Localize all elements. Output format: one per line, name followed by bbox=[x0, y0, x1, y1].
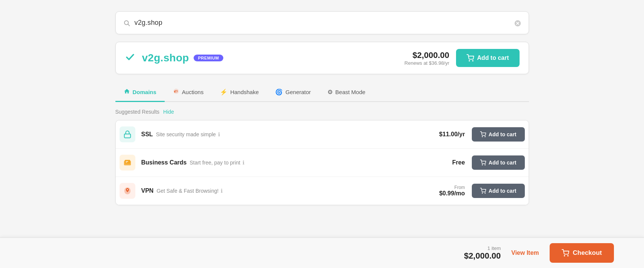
svg-point-10 bbox=[482, 136, 482, 137]
domain-result-row: v2g.shop PREMIUM $2,000.00 Renews at $36… bbox=[115, 42, 529, 74]
suggestion-row-business-cards: Business Cards Start free, pay to print … bbox=[116, 149, 529, 177]
vpn-price-from: From bbox=[439, 185, 465, 190]
search-box: v2g.shop bbox=[115, 11, 529, 34]
tabs-row: Domains 🏷 Auctions ⚡ Handshake 🌀 Generat… bbox=[115, 83, 529, 102]
vpn-add-to-cart-button[interactable]: Add to cart bbox=[472, 184, 525, 198]
vpn-info-icon[interactable]: ℹ bbox=[221, 188, 223, 194]
svg-text:🏷: 🏷 bbox=[174, 90, 178, 93]
checkout-label: Checkout bbox=[573, 249, 602, 257]
business-cards-add-to-cart-button[interactable]: Add to cart bbox=[472, 155, 525, 170]
domain-renews: Renews at $36.98/yr bbox=[405, 60, 449, 66]
check-icon bbox=[125, 52, 135, 65]
domain-add-to-cart-label: Add to cart bbox=[477, 55, 509, 61]
tab-beast-mode[interactable]: ⚙ Beast Mode bbox=[319, 83, 374, 102]
beast-mode-icon: ⚙ bbox=[327, 88, 333, 96]
business-cards-price-section: Free bbox=[452, 159, 465, 166]
checkout-button[interactable]: Checkout bbox=[550, 243, 614, 263]
ssl-desc: Site security made simple bbox=[156, 131, 216, 137]
search-icon bbox=[123, 19, 130, 27]
vpn-title: VPN bbox=[141, 187, 154, 194]
tab-auctions-label: Auctions bbox=[182, 89, 204, 95]
tab-handshake[interactable]: ⚡ Handshake bbox=[212, 83, 267, 102]
svg-line-1 bbox=[128, 24, 129, 26]
business-cards-info-icon[interactable]: ℹ bbox=[242, 160, 244, 166]
domain-price-section: $2,000.00 Renews at $36.98/yr bbox=[405, 50, 449, 66]
hide-button[interactable]: Hide bbox=[163, 109, 174, 115]
search-input-display[interactable]: v2g.shop bbox=[135, 19, 514, 27]
svg-point-5 bbox=[469, 61, 470, 61]
bottom-total-price: $2,000.00 bbox=[464, 251, 501, 261]
vpn-price: $0.99/mo bbox=[439, 190, 465, 196]
domain-name: v2g.shop bbox=[142, 52, 189, 64]
handshake-icon: ⚡ bbox=[220, 88, 227, 96]
bottom-bar: 1 item $2,000.00 View Item Checkout bbox=[0, 238, 644, 268]
business-cards-desc: Start free, pay to print bbox=[189, 160, 240, 166]
view-item-button[interactable]: View Item bbox=[508, 250, 542, 256]
tab-handshake-label: Handshake bbox=[230, 89, 259, 95]
tab-auctions[interactable]: 🏷 Auctions bbox=[165, 83, 212, 102]
domain-price: $2,000.00 bbox=[405, 50, 449, 60]
tab-domains-label: Domains bbox=[133, 89, 156, 95]
main-container: v2g.shop v2g.shop PREMIUM $2,000.00 Rene… bbox=[115, 11, 529, 205]
ssl-price: $11.00/yr bbox=[439, 131, 465, 137]
bottom-totals: 1 item $2,000.00 bbox=[464, 245, 501, 261]
svg-point-19 bbox=[482, 193, 482, 193]
ssl-add-to-cart-button[interactable]: Add to cart bbox=[472, 127, 525, 142]
tab-beast-mode-label: Beast Mode bbox=[335, 89, 365, 95]
svg-rect-9 bbox=[124, 134, 130, 138]
svg-rect-15 bbox=[126, 162, 127, 163]
svg-point-17 bbox=[485, 164, 485, 165]
vpn-icon bbox=[120, 183, 135, 199]
svg-point-6 bbox=[473, 61, 473, 61]
svg-rect-14 bbox=[126, 161, 128, 161]
suggestions-box: SSL Site security made simple ℹ $11.00/y… bbox=[115, 120, 529, 205]
tab-domains[interactable]: Domains bbox=[115, 83, 165, 102]
home-icon bbox=[124, 88, 130, 96]
ssl-add-to-cart-label: Add to cart bbox=[489, 131, 517, 137]
vpn-price-section: From $0.99/mo bbox=[439, 185, 465, 197]
suggestion-row-vpn: VPN Get Safe & Fast Browsing! ℹ From $0.… bbox=[116, 177, 529, 205]
svg-point-18 bbox=[127, 189, 128, 190]
domain-add-to-cart-button[interactable]: Add to cart bbox=[456, 49, 519, 67]
search-clear-button[interactable] bbox=[514, 18, 521, 27]
svg-point-21 bbox=[564, 256, 565, 256]
svg-point-16 bbox=[482, 164, 482, 165]
business-cards-title: Business Cards bbox=[141, 159, 187, 166]
generator-icon: 🌀 bbox=[275, 88, 283, 96]
business-cards-add-to-cart-label: Add to cart bbox=[489, 160, 517, 166]
suggested-label: Suggested Results bbox=[115, 109, 160, 115]
svg-point-22 bbox=[567, 256, 568, 256]
tab-generator[interactable]: 🌀 Generator bbox=[267, 83, 319, 102]
ssl-info-icon[interactable]: ℹ bbox=[218, 131, 220, 137]
bottom-item-count: 1 item bbox=[464, 245, 501, 251]
ssl-icon bbox=[120, 126, 135, 142]
tab-generator-label: Generator bbox=[285, 89, 311, 95]
ssl-title: SSL bbox=[141, 131, 153, 138]
svg-point-20 bbox=[485, 193, 485, 193]
ssl-price-section: $11.00/yr bbox=[439, 131, 465, 138]
business-cards-price: Free bbox=[452, 159, 465, 166]
vpn-add-to-cart-label: Add to cart bbox=[489, 188, 517, 194]
vpn-desc: Get Safe & Fast Browsing! bbox=[156, 188, 218, 194]
premium-badge: PREMIUM bbox=[194, 55, 224, 61]
business-cards-icon bbox=[120, 155, 135, 171]
suggested-results-header: Suggested Results Hide bbox=[115, 109, 529, 115]
svg-point-11 bbox=[485, 136, 485, 137]
auction-icon: 🏷 bbox=[173, 88, 179, 96]
suggestion-row-ssl: SSL Site security made simple ℹ $11.00/y… bbox=[116, 120, 529, 149]
